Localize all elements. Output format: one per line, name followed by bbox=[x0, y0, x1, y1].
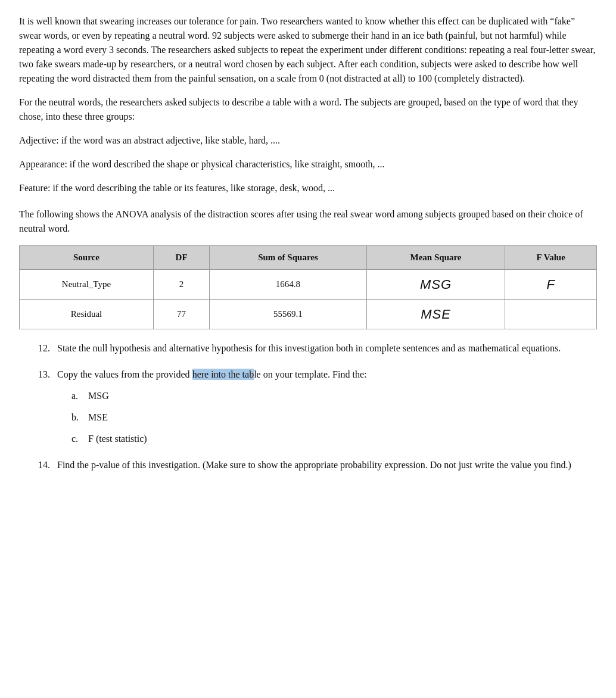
word-type-adjective: Adjective: if the word was an abstract a… bbox=[19, 133, 597, 148]
question-14: 14. Find the p-value of this investigati… bbox=[38, 458, 597, 472]
sub-a-label: a. bbox=[71, 389, 88, 403]
row2-mean-sq: MSE bbox=[366, 299, 505, 329]
question-14-text: Find the p-value of this investigation. … bbox=[57, 460, 571, 470]
row2-mean-sq-handwritten: MSE bbox=[421, 307, 451, 322]
paragraph-4-text: The following shows the ANOVA analysis o… bbox=[19, 209, 583, 233]
row1-source: Neutral_Type bbox=[20, 269, 154, 299]
col-mean-sq: Mean Square bbox=[366, 246, 505, 270]
adjective-text: Adjective: if the word was an abstract a… bbox=[19, 135, 280, 145]
question-13-sub-c: c. F (test statistic) bbox=[71, 432, 597, 446]
row1-sum-sq: 1664.8 bbox=[210, 269, 366, 299]
table-row: Neutral_Type 2 1664.8 MSG F bbox=[20, 269, 597, 299]
sub-a-text: MSG bbox=[88, 389, 109, 403]
question-13-number: 13. bbox=[38, 367, 57, 446]
col-source: Source bbox=[20, 246, 154, 270]
appearance-text: Appearance: if the word described the sh… bbox=[19, 159, 385, 169]
paragraph-4: The following shows the ANOVA analysis o… bbox=[19, 207, 597, 236]
questions-list: 12. State the null hypothesis and altern… bbox=[19, 341, 597, 472]
paragraph-1-text: It is well known that swearing increases… bbox=[19, 16, 595, 83]
question-13-highlighted: here into the tab bbox=[192, 369, 254, 380]
paragraph-2: For the neutral words, the researchers a… bbox=[19, 95, 597, 124]
question-12-text: State the null hypothesis and alternativ… bbox=[57, 343, 561, 353]
question-12-number: 12. bbox=[38, 341, 57, 356]
question-13-sub-a: a. MSG bbox=[71, 389, 597, 403]
row2-source: Residual bbox=[20, 299, 154, 329]
row2-df: 77 bbox=[153, 299, 209, 329]
row2-sum-sq: 55569.1 bbox=[210, 299, 366, 329]
feature-text: Feature: if the word describing the tabl… bbox=[19, 183, 335, 193]
question-14-number: 14. bbox=[38, 458, 57, 472]
row1-df: 2 bbox=[153, 269, 209, 299]
question-13-sub-b: b. MSE bbox=[71, 410, 597, 425]
question-13: 13. Copy the values from the provided he… bbox=[38, 367, 597, 446]
row1-f-value: F bbox=[505, 269, 597, 299]
col-f-value: F Value bbox=[505, 246, 597, 270]
question-13-text-after: le on your template. Find the: bbox=[254, 369, 366, 379]
paragraph-1: It is well known that swearing increases… bbox=[19, 14, 597, 86]
word-type-list: Adjective: if the word was an abstract a… bbox=[19, 133, 597, 195]
row1-f-handwritten: F bbox=[546, 277, 555, 292]
anova-table: Source DF Sum of Squares Mean Square F V… bbox=[19, 245, 597, 329]
row1-mean-sq: MSG bbox=[366, 269, 505, 299]
question-13-text-before: Copy the values from the provided bbox=[57, 369, 192, 379]
row1-mean-sq-handwritten: MSG bbox=[420, 277, 452, 292]
sub-c-label: c. bbox=[71, 432, 88, 446]
paragraph-2-text: For the neutral words, the researchers a… bbox=[19, 97, 578, 121]
sub-b-label: b. bbox=[71, 410, 88, 425]
sub-b-text: MSE bbox=[88, 410, 108, 425]
sub-c-text: F (test statistic) bbox=[88, 432, 147, 446]
row2-f-value bbox=[505, 299, 597, 329]
table-header-row: Source DF Sum of Squares Mean Square F V… bbox=[20, 246, 597, 270]
word-type-feature: Feature: if the word describing the tabl… bbox=[19, 181, 597, 195]
col-sum-sq: Sum of Squares bbox=[210, 246, 366, 270]
col-df: DF bbox=[153, 246, 209, 270]
word-type-appearance: Appearance: if the word described the sh… bbox=[19, 157, 597, 172]
table-row: Residual 77 55569.1 MSE bbox=[20, 299, 597, 329]
question-12: 12. State the null hypothesis and altern… bbox=[38, 341, 597, 356]
